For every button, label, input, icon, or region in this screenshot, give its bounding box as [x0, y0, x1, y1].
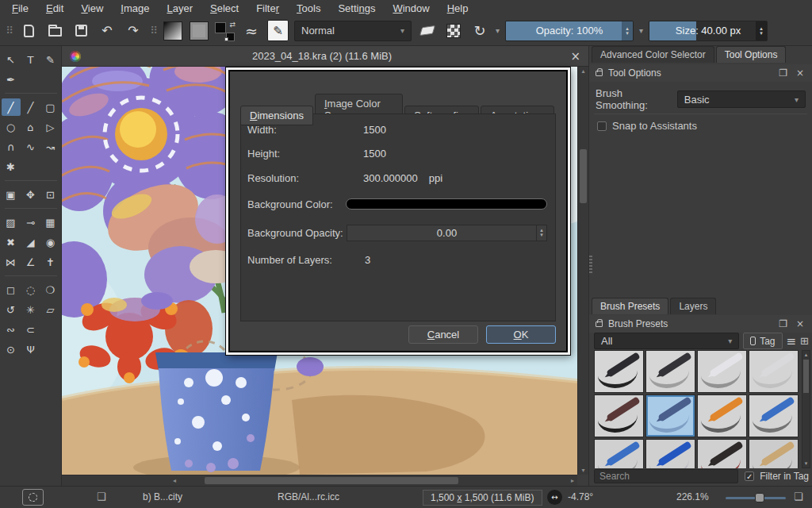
menu-help[interactable]: Help — [439, 2, 477, 15]
tool-colorize-mask[interactable]: ✖ — [2, 233, 21, 251]
close-icon[interactable]: × — [563, 49, 580, 64]
toolbar-grip[interactable]: ⠿ — [5, 21, 13, 41]
tool-polyline[interactable]: ▷ — [41, 118, 60, 136]
hamburger-menu-icon[interactable]: ≡ — [787, 334, 797, 348]
tool-ellipse[interactable]: ○ — [2, 118, 21, 136]
tool-pattern-edit[interactable]: ▦ — [41, 214, 60, 231]
brush-preset[interactable] — [594, 350, 644, 393]
tool-crop[interactable]: ⊡ — [41, 186, 60, 203]
tool-magnetic-select[interactable]: ∾ — [2, 321, 21, 338]
brush-preset[interactable] — [749, 439, 799, 468]
brush-preset[interactable] — [697, 350, 747, 393]
filter-in-tag-checkbox[interactable]: ✓ — [745, 471, 754, 481]
tool-multibrush[interactable]: ✱ — [2, 158, 21, 175]
brush-preset[interactable] — [749, 394, 799, 437]
selection-display-toggle[interactable]: ❑ — [97, 491, 106, 502]
presets-scrollbar-thumb[interactable] — [803, 360, 809, 393]
tool-dynamic-brush[interactable]: ↝ — [41, 138, 60, 156]
zoom-slider-handle[interactable] — [755, 493, 764, 502]
brush-preset[interactable] — [645, 394, 695, 437]
scroll-right-icon[interactable]: ▸ — [571, 477, 574, 484]
tab-dimensions[interactable]: Dimensions — [240, 106, 313, 125]
brush-size-slider[interactable]: Size: 40.00 px ▴▾ — [649, 21, 768, 41]
tool[interactable] — [2, 273, 60, 279]
brush-smoothing-select[interactable]: Basic ▾ — [677, 90, 806, 108]
tab-tool-options[interactable]: Tool Options — [716, 46, 787, 63]
brush-preset[interactable] — [697, 439, 747, 468]
canvas-rotation-dial[interactable]: ↔ — [547, 490, 562, 505]
tool-bezier-curve[interactable]: ∩ — [2, 138, 21, 156]
menu-filter[interactable]: Filter — [247, 2, 288, 15]
search-input[interactable]: Search — [594, 469, 738, 483]
tool-reference-images[interactable]: ✝ — [41, 253, 60, 271]
brush-preset[interactable] — [594, 394, 644, 437]
menu-layer[interactable]: Layer — [158, 2, 201, 15]
canvas-only-mode-icon[interactable]: ❏ — [794, 491, 803, 502]
tag-filter-select[interactable]: All ▾ — [594, 333, 739, 349]
toolbar-grip[interactable]: ⠿ — [149, 21, 157, 41]
tool-text[interactable]: T — [21, 51, 40, 68]
tool-calligraphy[interactable]: ✒ — [2, 71, 21, 88]
tool-contiguous-select[interactable]: ↺ — [2, 301, 21, 318]
tool-fill[interactable]: ◢ — [21, 233, 40, 251]
image-dimensions[interactable]: 1,500 x 1,500 (11.6 MiB) — [423, 490, 542, 506]
tool-line[interactable]: ╱ — [21, 98, 40, 116]
brush-preset[interactable] — [749, 350, 799, 393]
scroll-down-icon[interactable]: ▾ — [802, 460, 810, 467]
opacity-spin-buttons[interactable]: ▴▾ — [536, 225, 546, 241]
undo-button[interactable]: ↶ — [97, 21, 117, 41]
tool-freehand-path[interactable]: ∿ — [21, 138, 40, 156]
tool-gradient[interactable]: ▨ — [2, 214, 21, 231]
tool-zoom[interactable]: ⊙ — [2, 341, 21, 358]
menu-window[interactable]: Window — [384, 2, 438, 15]
background-opacity-input[interactable]: 0.00 ▴▾ — [347, 225, 547, 241]
redo-button[interactable]: ↷ — [123, 21, 144, 41]
eraser-mode-button[interactable] — [417, 21, 438, 41]
tool-select-shapes[interactable]: ↖ — [2, 51, 21, 68]
gradient-chooser-button[interactable] — [163, 21, 183, 41]
background-color-swatch-button[interactable] — [346, 198, 547, 210]
menu-file[interactable]: File — [3, 2, 37, 15]
tool-assistants[interactable]: ⋈ — [2, 253, 21, 271]
scroll-up-icon[interactable]: ▴ — [578, 67, 588, 75]
tab-brush-presets[interactable]: Brush Presets — [592, 298, 668, 314]
opacity-spinner[interactable]: ▴▾ — [622, 21, 633, 40]
presets-scrollbar[interactable]: ▴ ▾ — [802, 350, 810, 468]
tool-polygon[interactable]: ⌂ — [21, 118, 40, 136]
preserve-alpha-button[interactable] — [443, 21, 464, 41]
lock-icon[interactable] — [596, 321, 603, 327]
brush-outline-toggle[interactable] — [22, 489, 44, 506]
tool-move[interactable]: ✥ — [21, 186, 40, 203]
tool-color-sampler[interactable]: ⊸ — [21, 214, 40, 231]
float-docker-icon[interactable]: ❐ — [777, 67, 789, 79]
tool-pan[interactable]: Ψ — [21, 341, 40, 358]
open-document-button[interactable] — [44, 21, 65, 41]
vertical-scrollbar-thumb[interactable] — [580, 149, 587, 203]
brush-preset[interactable] — [645, 439, 695, 468]
save-button[interactable] — [71, 21, 91, 41]
tag-button[interactable]: Tag — [743, 333, 782, 349]
close-icon[interactable]: × — [795, 318, 806, 329]
scroll-left-icon[interactable]: ◂ — [173, 477, 176, 484]
cancel-button[interactable]: Cancel — [408, 325, 478, 344]
brush-preset[interactable] — [645, 350, 695, 393]
vertical-scrollbar[interactable]: ▴ ▾ — [577, 67, 588, 475]
pattern-chooser-button[interactable] — [189, 21, 209, 41]
brush-preset[interactable] — [697, 394, 747, 437]
tool[interactable] — [2, 206, 60, 211]
chevron-down-icon[interactable]: ▾ — [639, 26, 643, 35]
tool-similar-select[interactable]: ✳ — [21, 301, 40, 318]
lock-icon[interactable] — [596, 71, 603, 76]
tab-layers[interactable]: Layers — [670, 298, 716, 314]
view-options-icon[interactable]: ⊞ — [800, 335, 809, 347]
tool-bezier-select[interactable]: ▱ — [41, 301, 60, 318]
menu-image[interactable]: Image — [112, 2, 158, 15]
snap-to-assistants-checkbox[interactable] — [597, 121, 607, 131]
tool-edit-shapes[interactable]: ✎ — [41, 51, 60, 68]
panel-splitter-handle[interactable] — [589, 254, 592, 275]
tool[interactable] — [2, 90, 60, 96]
tool-enclose-select[interactable]: ⊂ — [21, 321, 40, 338]
brush-preset[interactable] — [594, 439, 644, 468]
menu-edit[interactable]: Edit — [37, 2, 72, 15]
menu-tools[interactable]: Tools — [288, 2, 329, 15]
